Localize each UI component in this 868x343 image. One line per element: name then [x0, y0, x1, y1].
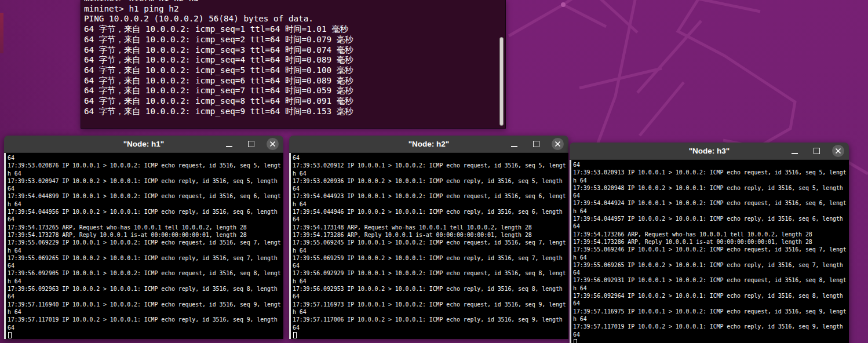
terminal-line: 17:39:56.092963 IP 10.0.0.2 > 10.0.0.1: …	[8, 285, 283, 293]
terminal-line: 17:39:55.069229 IP 10.0.0.1 > 10.0.0.2: …	[8, 239, 283, 246]
terminal-line: 64	[573, 269, 849, 276]
terminal-line: 64	[293, 216, 568, 223]
terminal-line: 64	[573, 331, 849, 338]
minimize-button[interactable]	[788, 145, 801, 158]
terminal-line: h 64	[8, 278, 283, 285]
close-button[interactable]	[267, 138, 279, 150]
terminal-line: h 64	[8, 308, 283, 316]
terminal-line: 17:39:57.116973 IP 10.0.0.1 > 10.0.0.2: …	[293, 301, 568, 308]
terminal-line: h 64	[573, 177, 849, 184]
terminal-line: 17:39:53.020948 IP 10.0.0.2 > 10.0.0.1: …	[573, 184, 849, 192]
terminal-line: h 64	[573, 254, 849, 261]
terminal-line: h 64	[8, 247, 283, 254]
terminal-line: 17:39:56.092931 IP 10.0.0.1 > 10.0.0.2: …	[573, 276, 849, 284]
close-button[interactable]	[552, 138, 564, 150]
close-icon	[269, 141, 276, 147]
terminal-line: 17:39:55.069265 IP 10.0.0.2 > 10.0.0.1: …	[8, 254, 283, 262]
maximize-icon	[533, 141, 539, 147]
maximize-button[interactable]	[810, 145, 823, 158]
terminal-line: 64	[293, 324, 568, 331]
window-title-h2: "Node: h2"	[289, 140, 568, 148]
close-button[interactable]	[832, 145, 844, 157]
cli-output: mininet> xterm h1 h2 h3mininet> h1 ping …	[84, 0, 505, 116]
desktop: { "colors": { "desktop_purple": "#762073…	[0, 0, 868, 343]
window-node-h2: "Node: h2" 6417:39:53.020912 IP 10.0.0.1…	[289, 136, 568, 339]
terminal-output-h2[interactable]: 6417:39:53.020912 IP 10.0.0.1 > 10.0.0.2…	[289, 153, 568, 339]
window-title-h1: "Node: h1"	[4, 140, 283, 148]
terminal-output-h3[interactable]: 6417:39:53.020913 IP 10.0.0.1 > 10.0.0.2…	[570, 160, 849, 343]
terminal-line: 64	[8, 324, 283, 331]
terminal-line: 64	[8, 216, 283, 223]
maximize-button[interactable]	[245, 138, 257, 151]
terminal-line: 17:39:57.116940 IP 10.0.0.1 > 10.0.0.2: …	[8, 301, 283, 308]
terminal-line: 64	[8, 154, 283, 162]
terminal-line: 17:39:57.117006 IP 10.0.0.2 > 10.0.0.1: …	[293, 316, 568, 323]
terminal-line: 64 字节，来自 10.0.0.2: icmp_seq=6 ttl=64 时间=…	[84, 76, 505, 86]
terminal-line: 64 字节，来自 10.0.0.2: icmp_seq=5 ttl=64 时间=…	[84, 65, 505, 76]
maximize-icon	[814, 148, 820, 154]
terminal-line: 17:39:54.044923 IP 10.0.0.1 > 10.0.0.2: …	[293, 192, 568, 200]
terminal-line: h 64	[293, 200, 568, 208]
terminal-line: 17:39:55.069245 IP 10.0.0.1 > 10.0.0.2: …	[293, 239, 568, 246]
window-node-h1: "Node: h1" 6417:39:53.020876 IP 10.0.0.1…	[4, 136, 283, 339]
terminal-line: 64	[8, 185, 283, 192]
minimize-icon	[511, 146, 517, 147]
terminal-line: 17:39:54.173278 ARP, Reply 10.0.0.1 is-a…	[8, 231, 283, 239]
terminal-line: 17:39:53.020947 IP 10.0.0.2 > 10.0.0.1: …	[8, 177, 283, 185]
terminal-line: 64	[573, 300, 849, 307]
terminal-line: 64	[293, 293, 568, 300]
minimize-button[interactable]	[508, 138, 520, 151]
minimize-button[interactable]	[223, 138, 235, 151]
maximize-button[interactable]	[530, 138, 542, 151]
terminal-line: 64 字节，来自 10.0.0.2: icmp_seq=4 ttl=64 时间=…	[84, 55, 505, 65]
terminal-line: mininet> xterm h1 h2 h3	[84, 0, 505, 4]
terminal-cursor	[574, 339, 577, 343]
mininet-cli-terminal-window[interactable]: mininet> xterm h1 h2 h3mininet> h1 ping …	[81, 0, 506, 129]
terminal-line: 17:39:54.044924 IP 10.0.0.1 > 10.0.0.2: …	[573, 199, 849, 207]
close-icon	[555, 141, 561, 147]
terminal-line: 17:39:54.173266 ARP, Request who-has 10.…	[573, 231, 849, 238]
titlebar-h1[interactable]: "Node: h1"	[4, 136, 283, 153]
terminal-line: h 64	[8, 170, 283, 177]
terminal-line: 64 字节，来自 10.0.0.2: icmp_seq=3 ttl=64 时间=…	[84, 45, 505, 56]
terminal-line: 64 字节，来自 10.0.0.2: icmp_seq=8 ttl=64 时间=…	[84, 96, 505, 107]
terminal-line: 17:39:53.020913 IP 10.0.0.1 > 10.0.0.2: …	[573, 169, 849, 176]
terminal-line: 64	[573, 161, 849, 169]
terminal-line: 64 字节，来自 10.0.0.2: icmp_seq=2 ttl=64 时间=…	[84, 35, 505, 45]
terminal-line: 64	[293, 185, 568, 192]
terminal-cursor	[293, 332, 297, 338]
terminal-line: h 64	[293, 247, 568, 254]
terminal-line: 64	[8, 293, 283, 300]
terminal-line: h 64	[573, 315, 849, 323]
minimize-icon	[226, 146, 232, 147]
terminal-line: 17:39:56.092964 IP 10.0.0.2 > 10.0.0.1: …	[573, 292, 849, 300]
cli-scrollbar-thumb[interactable]	[499, 37, 504, 126]
terminal-line: 64	[293, 154, 568, 162]
terminal-line: h 64	[293, 278, 568, 285]
terminal-line: 17:39:54.173265 ARP, Request who-has 10.…	[8, 224, 283, 231]
terminal-line: 17:39:54.044957 IP 10.0.0.2 > 10.0.0.1: …	[573, 215, 849, 222]
terminal-line: 17:39:54.173286 ARP, Reply 10.0.0.1 is-a…	[293, 231, 568, 239]
terminal-line: 64	[293, 262, 568, 269]
terminal-line: 17:39:53.020876 IP 10.0.0.1 > 10.0.0.2: …	[8, 162, 283, 169]
terminal-line: 17:39:54.044946 IP 10.0.0.2 > 10.0.0.1: …	[293, 208, 568, 216]
terminal-line: 17:39:56.092905 IP 10.0.0.1 > 10.0.0.2: …	[8, 269, 283, 277]
titlebar-h3[interactable]: "Node: h3"	[570, 143, 849, 160]
window-title-h3: "Node: h3"	[570, 147, 849, 155]
terminal-line: h 64	[293, 308, 568, 316]
terminal-line: 64 字节，来自 10.0.0.2: icmp_seq=7 ttl=64 时间=…	[84, 86, 505, 96]
terminal-line: 17:39:54.044899 IP 10.0.0.1 > 10.0.0.2: …	[8, 192, 283, 200]
terminal-line: 17:39:54.173148 ARP, Request who-has 10.…	[293, 224, 568, 231]
terminal-line: 64 字节，来自 10.0.0.2: icmp_seq=9 ttl=64 时间=…	[84, 107, 505, 117]
titlebar-h2[interactable]: "Node: h2"	[289, 136, 568, 153]
wallpaper-node-dot	[561, 2, 566, 7]
terminal-output-h1[interactable]: 6417:39:53.020876 IP 10.0.0.1 > 10.0.0.2…	[4, 153, 283, 339]
terminal-line: 64	[573, 192, 849, 199]
terminal-cursor	[8, 332, 12, 338]
terminal-line: PING 10.0.0.2 (10.0.0.2) 56(84) bytes of…	[84, 14, 505, 24]
window-node-h3: "Node: h3" 6417:39:53.020913 IP 10.0.0.1…	[570, 143, 849, 343]
terminal-line: 17:39:55.069259 IP 10.0.0.2 > 10.0.0.1: …	[293, 254, 568, 262]
maximize-icon	[248, 141, 254, 147]
terminal-line: 17:39:57.117019 IP 10.0.0.2 > 10.0.0.1: …	[8, 316, 283, 323]
terminal-line: h 64	[293, 170, 568, 177]
